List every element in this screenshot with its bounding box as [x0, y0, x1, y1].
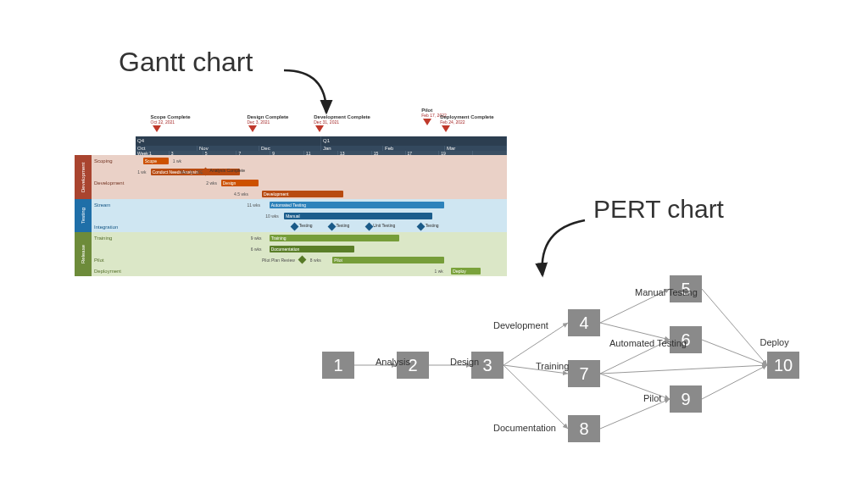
phase-tst: TestingStream11 wksAutomated Testing10 w…: [75, 199, 507, 232]
diamond-icon: [416, 223, 425, 231]
edge-label: Deploy: [760, 337, 789, 347]
edge-label: Documentation: [493, 423, 556, 433]
pert-node-4: 4: [568, 309, 600, 336]
row-label: Integration: [92, 225, 136, 230]
phase-dev: DevelopmentScoping1 wkScope1 wkConduct N…: [75, 155, 507, 199]
svg-line-6: [600, 323, 670, 340]
gantt-bar: Automated Testing: [270, 202, 444, 208]
phase-tab: Release: [75, 232, 92, 276]
gantt-timeline: Q4Q1 OctNovDecJanFebMar Week 13579111315…: [136, 136, 507, 155]
row-label: Pilot: [92, 258, 136, 263]
phase-tab: Testing: [75, 199, 92, 232]
edge-label: Pilot: [643, 393, 661, 403]
svg-line-4: [504, 365, 568, 429]
pert-chart: 12345678910 AnalysisDesignDevelopmentTra…: [322, 263, 831, 474]
svg-line-9: [600, 399, 670, 429]
svg-line-12: [702, 365, 767, 399]
milestone: Deployment CompleteFeb 24, 2022: [440, 114, 525, 132]
row-label: Scoping: [92, 158, 136, 164]
gantt-bar: Development: [262, 191, 343, 197]
gantt-bar: Training: [270, 235, 399, 241]
row-label: Training: [92, 236, 136, 241]
diamond-icon: [298, 256, 306, 264]
pert-title: PERT chart: [593, 195, 724, 224]
gantt-title: Gantt chart: [119, 47, 253, 78]
edge-label: Design: [450, 357, 479, 367]
svg-line-10: [702, 289, 767, 365]
gantt-bar: Manual: [284, 213, 432, 219]
milestone: Development CompleteDec 31, 2021: [314, 114, 398, 132]
svg-line-11: [702, 340, 767, 365]
edge-label: Manual Testing: [635, 287, 698, 297]
gantt-phases: DevelopmentScoping1 wkScope1 wkConduct N…: [75, 155, 507, 276]
phase-tab: Development: [75, 155, 92, 199]
row-label: Development: [92, 180, 136, 186]
diamond-icon: [291, 223, 299, 231]
row-label: Deployment: [92, 269, 136, 274]
milestone: Scope CompleteOct 22, 2021: [151, 114, 236, 132]
pert-node-10: 10: [767, 352, 799, 379]
edge-label: Analysis: [376, 357, 410, 367]
pert-node-8: 8: [568, 415, 600, 442]
pert-node-1: 1: [322, 352, 354, 379]
diamond-icon: [364, 223, 373, 231]
pert-node-9: 9: [670, 385, 702, 413]
diamond-icon: [327, 223, 336, 231]
edge-label: Automated Testing: [609, 338, 687, 348]
gantt-bar: Design: [221, 180, 259, 186]
svg-line-13: [600, 365, 767, 374]
gantt-bar: Documentation: [270, 246, 355, 252]
edge-label: Development: [493, 320, 548, 330]
pert-node-7: 7: [568, 360, 600, 387]
gantt-milestones: Scope CompleteOct 22, 2021Design Complet…: [136, 114, 507, 136]
edge-label: Training: [536, 361, 569, 371]
gantt-bar: Scope: [143, 158, 170, 164]
row-label: Stream: [92, 202, 136, 208]
